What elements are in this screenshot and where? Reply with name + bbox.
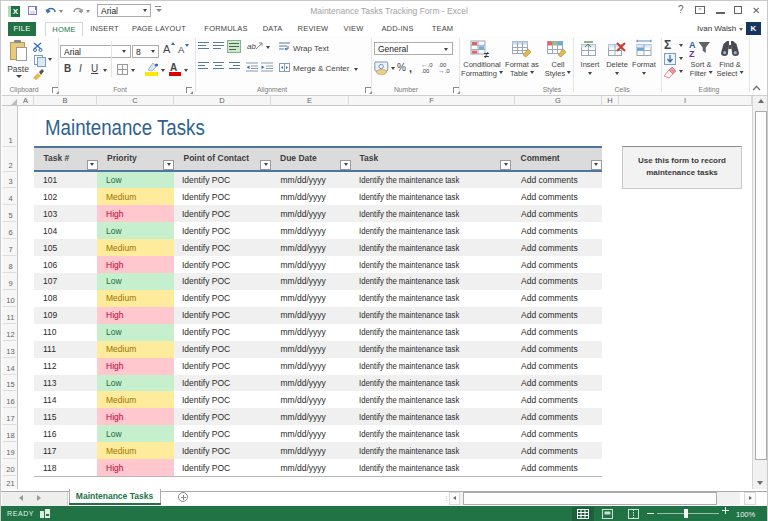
svg-text:Z: Z <box>689 49 695 59</box>
svg-text:≠: ≠ <box>484 50 489 60</box>
